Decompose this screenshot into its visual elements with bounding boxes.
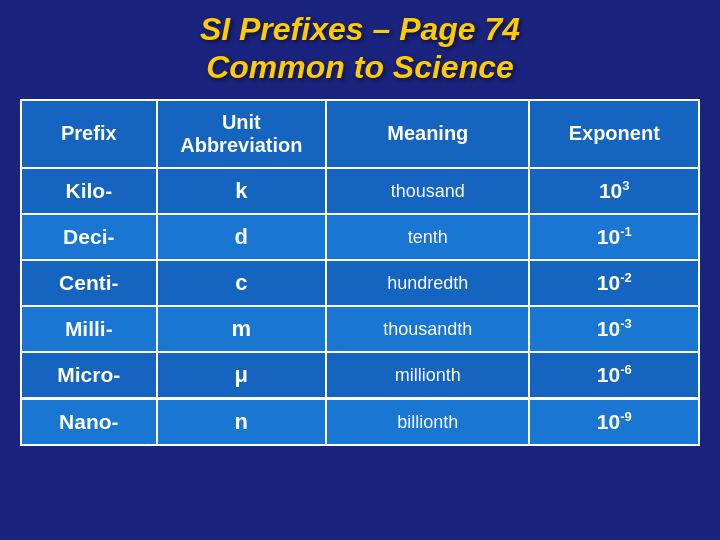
cell-abbreviation: n [157,398,327,445]
header-prefix: Prefix [21,100,157,168]
title-line1: SI Prefixes – Page 74 [200,11,520,47]
table-row: Kilo-kthousand103 [21,168,699,214]
cell-meaning: billionth [326,398,529,445]
cell-abbreviation: m [157,306,327,352]
table-row: Deci-dtenth10-1 [21,214,699,260]
header-abbreviation: UnitAbbreviation [157,100,327,168]
cell-prefix: Kilo- [21,168,157,214]
cell-prefix: Centi- [21,260,157,306]
cell-meaning: thousandth [326,306,529,352]
header-exponent: Exponent [529,100,699,168]
cell-prefix: Deci- [21,214,157,260]
cell-abbreviation: μ [157,352,327,399]
si-prefixes-table: Prefix UnitAbbreviation Meaning Exponent… [20,99,700,446]
table-row: Centi-chundredth10-2 [21,260,699,306]
cell-abbreviation: d [157,214,327,260]
cell-meaning: hundredth [326,260,529,306]
table-row: Milli-mthousandth10-3 [21,306,699,352]
page-title: SI Prefixes – Page 74 Common to Science [200,10,520,87]
cell-exponent: 10-1 [529,214,699,260]
cell-meaning: millionth [326,352,529,399]
cell-exponent: 10-3 [529,306,699,352]
cell-prefix: Nano- [21,398,157,445]
cell-exponent: 10-9 [529,398,699,445]
cell-meaning: thousand [326,168,529,214]
cell-prefix: Milli- [21,306,157,352]
table-header-row: Prefix UnitAbbreviation Meaning Exponent [21,100,699,168]
cell-abbreviation: c [157,260,327,306]
cell-abbreviation: k [157,168,327,214]
cell-prefix: Micro- [21,352,157,399]
table-row: Nano-nbillionth10-9 [21,398,699,445]
table-row: Micro-μmillionth10-6 [21,352,699,399]
cell-exponent: 10-2 [529,260,699,306]
title-line2: Common to Science [206,49,514,85]
cell-exponent: 103 [529,168,699,214]
cell-exponent: 10-6 [529,352,699,399]
table-wrapper: Prefix UnitAbbreviation Meaning Exponent… [20,99,700,446]
cell-meaning: tenth [326,214,529,260]
header-meaning: Meaning [326,100,529,168]
